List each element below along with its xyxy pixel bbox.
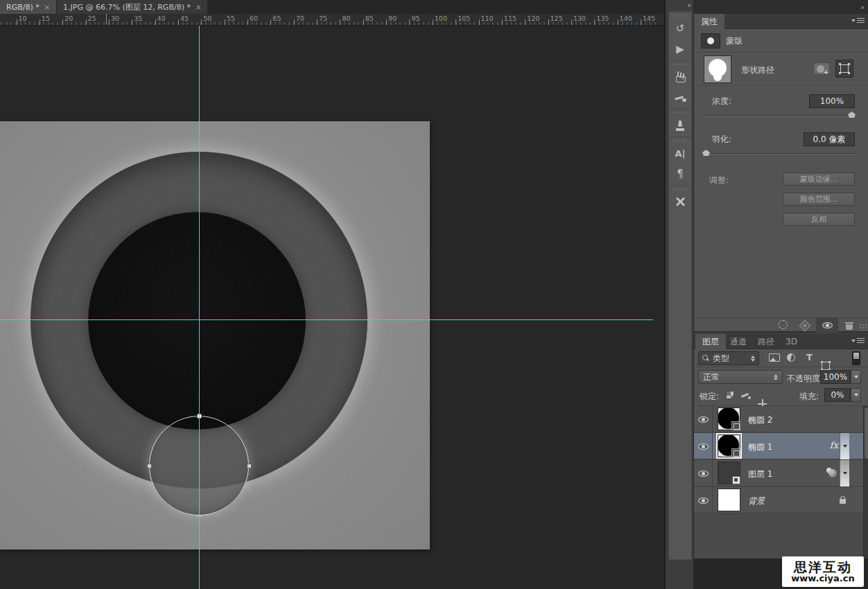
filter-adjustment-layers-icon[interactable] [787, 353, 795, 362]
fill-dropdown-icon[interactable] [851, 388, 861, 402]
density-slider[interactable] [704, 115, 856, 116]
actions-panel-icon[interactable]: ▶ [669, 39, 691, 60]
opacity-value[interactable]: 100% [820, 370, 851, 384]
tab-properties[interactable]: 属性 [694, 14, 724, 29]
layer-name[interactable]: 椭圆 1 [748, 441, 772, 453]
layer-visibility-well[interactable] [694, 433, 713, 459]
layer-effects-fx-label[interactable]: fx [830, 440, 838, 450]
close-tab-icon[interactable]: × [196, 3, 201, 11]
ruler-label: 140 [620, 15, 632, 22]
properties-tab-bar: 属性 [694, 14, 868, 29]
history-panel-icon[interactable]: ↺ [669, 18, 691, 39]
scrollbar-thumb[interactable] [865, 407, 868, 459]
mask-visibility-button[interactable] [816, 318, 838, 333]
vertical-guide[interactable] [199, 26, 200, 589]
lock-transparent-pixels-icon[interactable] [726, 391, 734, 399]
invert-button[interactable]: 反相 [783, 213, 855, 226]
layer-name[interactable]: 椭圆 2 [748, 414, 772, 426]
eye-icon [698, 443, 709, 450]
panel-resize-grip[interactable] [859, 324, 867, 331]
layer-visibility-well[interactable] [694, 406, 713, 432]
tab-channels[interactable]: 通道 [723, 334, 754, 349]
document-tab-1[interactable]: RGB/8) *× [0, 0, 57, 14]
ruler-tick [248, 19, 248, 25]
filter-pixel-layers-icon[interactable] [769, 353, 780, 362]
collapse-effects-chevron-icon[interactable] [840, 460, 849, 486]
feather-slider-thumb[interactable] [702, 150, 710, 156]
apply-mask-icon[interactable] [799, 320, 811, 332]
search-icon [702, 355, 709, 362]
collapse-effects-chevron-icon[interactable] [840, 433, 849, 459]
path-anchor-right[interactable] [247, 464, 252, 468]
watermark: 思洋互动 www.ciya.cn [782, 556, 864, 587]
collapse-dock-icon[interactable]: « [687, 1, 690, 9]
feather-value[interactable]: 0.0 像素 [804, 132, 855, 146]
blend-mode-dropdown[interactable]: 正常 [698, 370, 783, 384]
load-selection-icon[interactable] [779, 320, 788, 329]
panels-top-bar: » [694, 0, 868, 14]
ruler-tick [340, 19, 340, 25]
tool-presets-panel-icon[interactable] [669, 191, 691, 212]
layer-visibility-well[interactable] [694, 460, 713, 486]
path-anchor-left[interactable] [147, 464, 152, 468]
ruler-label: 145 [643, 15, 655, 22]
fill-value[interactable]: 0% [824, 388, 851, 402]
ruler-tick [363, 19, 364, 25]
document-tab-label: RGB/8) * [6, 3, 40, 12]
tab-paths[interactable]: 路径 [751, 334, 781, 349]
eye-icon [698, 416, 709, 423]
layers-scrollbar[interactable] [863, 406, 868, 559]
layers-panel-menu-icon[interactable] [851, 338, 865, 346]
layer-row-3[interactable]: 图层 1 [694, 460, 863, 486]
ruler-tick [109, 19, 110, 25]
lock-image-pixels-icon[interactable] [741, 391, 751, 399]
horizontal-guide[interactable] [0, 319, 653, 320]
layer-row-2[interactable]: 椭圆 1fx [694, 433, 863, 459]
mask-edge-button[interactable]: 蒙版边缘... [783, 173, 855, 186]
updown-arrows-icon [751, 355, 755, 362]
tab-layers[interactable]: 图层 [695, 334, 726, 349]
feather-slider[interactable] [704, 153, 856, 155]
collapse-panels-icon[interactable]: » [860, 3, 863, 11]
character-panel-icon[interactable]: A| [669, 143, 691, 164]
watermark-title: 思洋互动 [794, 560, 852, 574]
layer-row-1[interactable]: 椭圆 2 [694, 406, 863, 432]
ruler-tick [386, 19, 387, 25]
color-range-button[interactable]: 颜色范围... [783, 193, 855, 206]
ruler-label: 55 [227, 15, 235, 22]
brush-panel-icon[interactable] [669, 87, 691, 108]
delete-mask-icon[interactable] [845, 321, 853, 330]
filter-type-layers-icon[interactable]: T [806, 353, 813, 362]
layer-filter-toggle[interactable] [852, 351, 860, 365]
ruler-label: 120 [527, 15, 539, 22]
paragraph-panel-icon[interactable]: ¶ [669, 164, 691, 184]
tab-3d[interactable]: 3D [779, 334, 804, 349]
ruler-minor-ticks [0, 22, 659, 25]
brush-presets-panel-icon[interactable] [669, 67, 691, 87]
density-value[interactable]: 100% [809, 94, 855, 108]
layer-name[interactable]: 背景 [748, 495, 765, 507]
add-mask-icon[interactable] [813, 62, 830, 75]
layer-thumbnail[interactable] [718, 489, 740, 511]
ruler-label: 50 [203, 15, 211, 22]
shape-path-thumbnail[interactable] [704, 55, 731, 83]
layer-visibility-well[interactable] [694, 487, 713, 513]
document-tab-2[interactable]: 1.JPG @ 66.7% (图层 12, RGB/8) *× [57, 0, 208, 14]
density-slider-thumb[interactable] [848, 112, 856, 118]
pasteboard[interactable] [0, 26, 664, 589]
ruler-tick [225, 19, 225, 25]
kind-filter-dropdown[interactable]: 类型 [698, 351, 759, 365]
document-tab-bar: RGB/8) *×1.JPG @ 66.7% (图层 12, RGB/8) *× [0, 0, 664, 14]
close-tab-icon[interactable]: × [44, 3, 50, 11]
clone-source-panel-icon[interactable] [669, 115, 691, 136]
layer-row-4[interactable]: 背景 [694, 487, 863, 513]
layer-name[interactable]: 图层 1 [748, 468, 772, 480]
tool-presets-panel-icon [675, 196, 686, 207]
opacity-dropdown-icon[interactable] [851, 370, 861, 384]
properties-panel-menu-icon[interactable] [851, 18, 865, 26]
brush-panel-icon [674, 93, 686, 103]
canvas-image[interactable] [0, 121, 430, 550]
layer-filter-row: 类型 T [694, 349, 868, 367]
vector-mask-icon[interactable] [835, 60, 853, 78]
ruler-tick [502, 19, 503, 25]
